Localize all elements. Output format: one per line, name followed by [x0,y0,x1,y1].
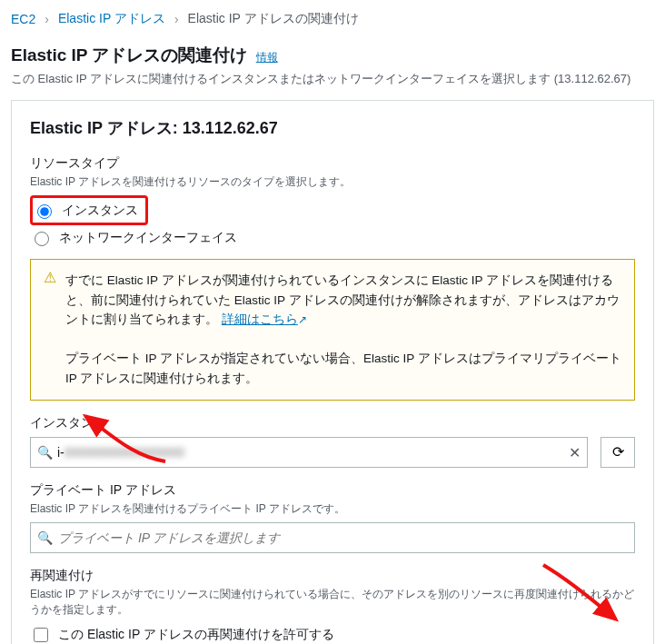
alert-learn-more[interactable]: 詳細はこちら↗ [222,312,307,326]
resource-type-label: リソースタイプ [30,155,635,172]
page-description: この Elastic IP アドレスに関連付けるインスタンスまたはネットワークイ… [11,71,654,87]
chevron-right-icon: › [45,12,49,26]
radio-instance[interactable]: インスタンス [33,200,138,221]
highlight-box: インスタンス [30,195,148,225]
panel-title: Elastic IP アドレス: 13.112.62.67 [30,117,635,139]
main-panel: Elastic IP アドレス: 13.112.62.67 リソースタイプ El… [11,100,654,644]
instance-section: インスタンス 🔍 ✕ i-00000000000000000 ⟳ [30,415,635,468]
radio-instance-label: インスタンス [62,203,138,219]
alert-p2: プライベート IP アドレスが指定されていない場合、Elastic IP アドレ… [65,352,621,385]
alert-info: ⚠ すでに Elastic IP アドレスが関連付けられているインスタンスに E… [30,259,635,401]
reassociate-checkbox-label: この Elastic IP アドレスの再関連付けを許可する [58,627,334,643]
external-link-icon: ↗ [298,312,307,329]
resource-type-section: リソースタイプ Elastic IP アドレスを関連付けるリソースのタイプを選択… [30,155,635,248]
reassociate-checkbox[interactable]: この Elastic IP アドレスの再関連付けを許可する [30,625,635,644]
private-ip-section: プライベート IP アドレス Elastic IP アドレスを関連付けるプライベ… [30,482,635,553]
breadcrumb-ec2[interactable]: EC2 [11,12,35,26]
instance-input[interactable] [30,437,588,468]
private-ip-hint: Elastic IP アドレスを関連付けるプライベート IP アドレスです。 [30,501,635,517]
page-header: Elastic IP アドレスの関連付け 情報 この Elastic IP アド… [11,44,654,87]
instance-label: インスタンス [30,415,635,431]
breadcrumb: EC2 › Elastic IP アドレス › Elastic IP アドレスの… [11,7,654,31]
radio-eni-input[interactable] [35,232,49,246]
private-ip-label: プライベート IP アドレス [30,482,635,499]
reassociate-label: 再関連付け [30,568,635,584]
radio-instance-input[interactable] [37,204,52,219]
info-link[interactable]: 情報 [256,51,278,64]
radio-eni[interactable]: ネットワークインターフェイス [30,227,635,248]
alert-p1: すでに Elastic IP アドレスが関連付けられているインスタンスに Ela… [65,273,620,326]
refresh-icon: ⟳ [612,443,624,461]
refresh-button[interactable]: ⟳ [600,437,635,468]
chevron-right-icon: › [174,12,179,26]
reassociate-hint: Elastic IP アドレスがすでにリソースに関連付けられている場合に、そのア… [30,587,635,618]
radio-eni-label: ネットワークインターフェイス [59,230,237,246]
resource-type-hint: Elastic IP アドレスを関連付けるリソースのタイプを選択します。 [30,174,635,190]
private-ip-input[interactable] [30,522,635,553]
page-title-text: Elastic IP アドレスの関連付け [11,45,247,64]
reassociate-checkbox-input[interactable] [34,628,48,642]
breadcrumb-eip[interactable]: Elastic IP アドレス [58,11,165,27]
warning-icon: ⚠ [44,271,56,389]
breadcrumb-current: Elastic IP アドレスの関連付け [188,11,359,27]
reassociate-section: 再関連付け Elastic IP アドレスがすでにリソースに関連付けられている場… [30,568,635,644]
clear-icon[interactable]: ✕ [569,443,581,461]
page-title: Elastic IP アドレスの関連付け 情報 [11,44,654,67]
